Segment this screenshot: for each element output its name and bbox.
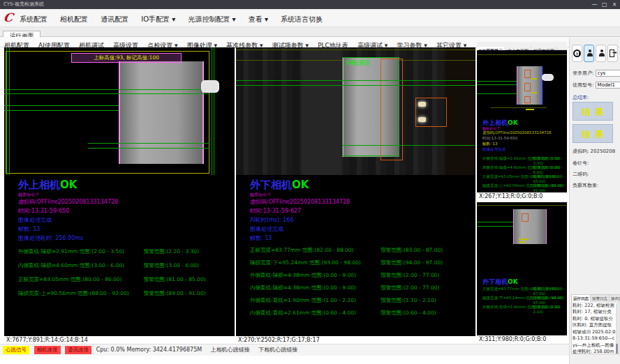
measure-line	[236, 85, 475, 86]
defect-box	[522, 213, 529, 222]
measure-line	[4, 89, 209, 90]
measurement-row: 隔膜宽度-上=90.56mm 范围:(88.00 - 92.00)预警范围:(8…	[482, 183, 567, 192]
window-title: CYS-视觉检测系统	[3, 1, 44, 7]
ng-view-panel-top: NG画面显示外上内页图外下内页图 外上相机OK 触发命令:T 虚拟码:OFFli…	[477, 42, 567, 201]
ng-view-image-bottom[interactable]	[477, 202, 567, 273]
barcode-line: 虚拟码:OFFline20250208133134728	[18, 197, 235, 206]
status-line: 图像处理完成	[18, 215, 235, 225]
menu-system-config[interactable]: 系统配置	[20, 10, 47, 29]
frame-count-line: 帧数: 13	[482, 142, 567, 147]
measure-line	[88, 148, 209, 149]
guide-line	[477, 54, 567, 55]
measurement-row: 外侧直线-隔膜=2.91mm 范围:(2.00 - 3.50)预警范围:(2.2…	[482, 156, 567, 165]
virtual-code-line: 虚拟码: 20250208	[573, 148, 615, 155]
measure-line	[4, 93, 209, 94]
value-label-mark	[531, 92, 537, 93]
guide-line	[6, 47, 7, 175]
user-switch-button[interactable]	[596, 45, 606, 62]
camera-title: 外上相机	[482, 119, 508, 126]
pixel-coords-small-top: X:267;Y:13;R:0;G:0;B:0	[477, 192, 567, 201]
menu-language-switch[interactable]: 系统语言切换	[281, 10, 323, 29]
ai-detect-label: AI检测区	[346, 59, 371, 68]
heartbeat-badge: 心跳信号	[3, 346, 29, 354]
result-text-small-bottom: 外下相机OK 正极宽度=83.77mm 范围:(82.00 - 88.00)预警…	[477, 278, 567, 314]
value-label-mark	[519, 241, 526, 243]
result-text-upper: 外上相机OK 触发命令:T 虚拟码:OFFline202502081331347…	[4, 179, 235, 304]
minimize-button[interactable]: —	[591, 0, 599, 9]
guide-line	[9, 47, 10, 175]
tab-connector	[201, 80, 219, 93]
measurement-row: 内侧直线-隔膜=4.60mm 范围:(3.00 - 6.00)预警范围:(3.0…	[18, 262, 235, 276]
measure-line	[477, 222, 513, 222]
pause-icon	[573, 50, 581, 57]
model-row: 使用型号:	[573, 82, 620, 89]
menu-bar: C 系统配置 相机配置 通讯配置 IO手配置 ▾ 光源控制配置 ▾ 查看 ▾ 系…	[0, 9, 620, 27]
camera-view-lower[interactable]: AI检测区	[236, 47, 475, 175]
menu-camera-config[interactable]: 相机配置	[60, 10, 88, 29]
trigger-line: 触发命令:T	[250, 192, 475, 197]
view-tab-bar: 运行画面	[0, 27, 620, 37]
user-login-button[interactable]	[584, 45, 594, 62]
exit-button[interactable]: →	[607, 45, 618, 62]
status-bar: 心跳信号 相机连接 通讯连接 Cpu: 0.0% Memory: 3424.41…	[0, 344, 569, 356]
model-field[interactable]	[596, 82, 620, 89]
value-label-mark	[526, 109, 534, 110]
measurement-row: 隔膜宽度-上=90.56mm 范围:(88.00 - 92.00)预警范围:(8…	[18, 290, 235, 304]
title-bar: CYS-视觉检测系统 — □ ×	[0, 0, 620, 9]
window-controls: — □ ×	[591, 0, 619, 9]
measurement-row: 外侧直线-隔膜=4.38mm 范围:(0.00 - 9.00)预警范围:(2.0…	[250, 272, 475, 285]
camera-panel-lower: AI检测区 外下相机OK 触发命令:T 虚拟码:OFFline202502081…	[236, 47, 475, 344]
camera-view-upper[interactable]: 上标高值:93, 标记高值:100	[4, 47, 235, 175]
measurement-row: 内侧直线-隔膜=4.60mm 范围:(3.00 - 6.00)预警范围:(3.0…	[482, 165, 567, 174]
log-scrollbar-thumb[interactable]	[616, 344, 618, 354]
login-user-row: 登录用户:	[573, 70, 620, 77]
log-tabs: 运行日志报警日志操作日志	[572, 295, 619, 303]
tab-alarm-log[interactable]: 报警日志	[591, 295, 610, 302]
result-ok: OK	[508, 278, 518, 285]
measure-line	[477, 84, 517, 85]
camera-title: 外上相机	[18, 179, 60, 191]
tab-connector	[542, 74, 554, 81]
ai-time-line: AI耗时(ms): 166	[250, 215, 475, 225]
log-scrollbar[interactable]	[616, 303, 618, 354]
right-sidebar: → 登录用户: 使用型号: 总结果: 结果 结果 虚拟码: 20250208 卷…	[569, 38, 620, 364]
measure-line	[477, 226, 513, 227]
measure-line	[342, 145, 475, 146]
log-content: 耗时: 222, 褶皱检测耗时: 17, 褶皱分类耗时: 0, 褶皱提取分区耗时…	[573, 303, 616, 354]
maximize-button[interactable]: □	[600, 0, 609, 9]
measure-line	[4, 110, 119, 111]
needle-number-label: 卷针号:	[573, 160, 589, 167]
guide-line	[236, 50, 475, 50]
menu-light-config[interactable]: 光源控制配置 ▾	[188, 10, 235, 29]
result-box-upper: 结果	[573, 102, 613, 121]
time-line: 时间:13-31-59-627	[250, 206, 475, 215]
frame-count-line: 帧数: 13	[18, 225, 235, 234]
result-ok: OK	[60, 179, 77, 191]
login-user-field[interactable]	[596, 70, 620, 77]
measurement-row: 外侧直线-直线=1.90mm 范围:(1.00 - 2.20)预警范围:(1.1…	[482, 305, 567, 314]
result-text-small-top: 外上相机OK 触发命令:T 虚拟码:OFFline202502081331347…	[477, 119, 567, 192]
height-overlay-label: 上标高值:93, 标记高值:100	[71, 53, 182, 63]
menu-io-config[interactable]: IO手配置 ▾	[141, 10, 175, 29]
status-line: 图像处理完成	[482, 147, 567, 153]
ng-view-panel-bottom: 外下相机OK 正极宽度=83.77mm 范围:(82.00 - 88.00)预警…	[477, 202, 567, 343]
close-button[interactable]: ×	[610, 0, 619, 9]
model-label: 使用型号:	[573, 82, 593, 88]
pixel-coords-small-bottom: X:311;Y:980;R:0;G:0;B:0	[477, 335, 567, 343]
trigger-line: 触发命令:T	[18, 192, 235, 197]
ng-view-image-top[interactable]	[477, 50, 567, 116]
guide-line	[214, 47, 214, 175]
barcode-line: 虚拟码:OFFline20250208133134728	[482, 130, 567, 136]
menu-comm-config[interactable]: 通讯配置	[101, 10, 128, 29]
measurement-row: 隔膜宽度-下=95.24mm 范围:(93.00 - 98.00)预警范围:(9…	[250, 259, 475, 272]
tab-operation-log[interactable]: 操作日志	[610, 295, 620, 302]
guide-line	[477, 205, 567, 206]
pixel-coords-upper: X:7677;Y:891;R:14;G:14;B:14	[4, 336, 235, 344]
pixel-coords-lower: X:270;Y:2502;R:17;G:17;B:17	[236, 336, 475, 344]
tab-run-log[interactable]: 运行日志	[572, 295, 591, 302]
frame-count-line: 帧数: 13	[250, 234, 475, 243]
time-line: 时间:13-31-59-650	[482, 136, 567, 142]
menu-view[interactable]: 查看 ▾	[249, 10, 268, 29]
pause-button[interactable]	[572, 45, 582, 62]
user-icon	[599, 50, 604, 57]
